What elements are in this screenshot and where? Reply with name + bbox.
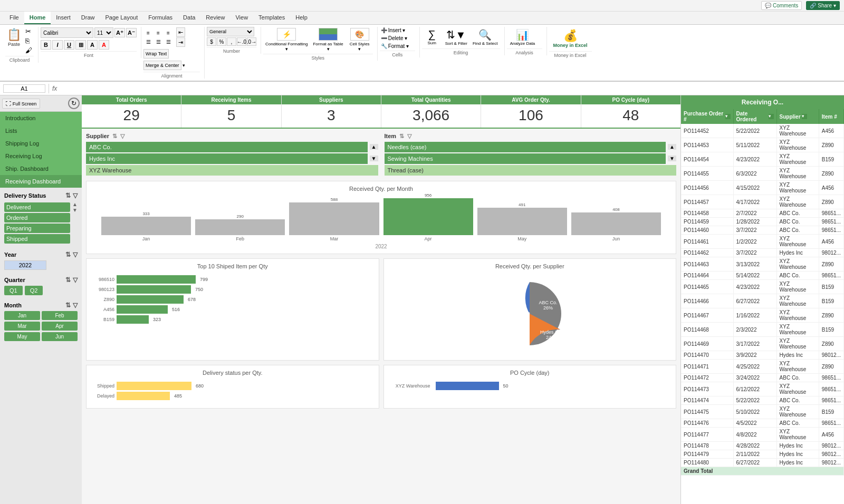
merge-center-button[interactable]: Merge & Center	[143, 61, 181, 70]
year-sort-icon[interactable]: ⇅	[65, 251, 71, 258]
item-needles-option[interactable]: Needles (case)	[385, 142, 666, 152]
tab-draw[interactable]: Draw	[76, 12, 100, 24]
sidebar-item-lists[interactable]: Lists	[0, 124, 82, 137]
align-middle-right[interactable]: ☰	[164, 37, 173, 46]
align-top-center[interactable]: ≡	[154, 28, 163, 37]
sidebar-item-receiving-dashboard[interactable]: Receiving Dashboard	[0, 175, 82, 188]
tab-data[interactable]: Data	[178, 12, 200, 24]
comments-button[interactable]: 💬 Comments	[761, 1, 802, 10]
underline-button[interactable]: U	[64, 40, 74, 50]
increase-indent-button[interactable]: ⇥	[176, 37, 185, 47]
quarter-q1-button[interactable]: Q1	[4, 286, 23, 295]
formula-input[interactable]	[60, 85, 841, 92]
border-button[interactable]: ⊞	[75, 40, 86, 50]
fill-color-button[interactable]: A	[87, 40, 98, 50]
font-grow-button[interactable]: A⁺	[114, 28, 125, 37]
find-select-button[interactable]: 🔍 Find & Select	[471, 27, 500, 47]
item-sort-icon[interactable]: ⇅	[399, 133, 404, 140]
format-painter-button[interactable]: 🖌	[24, 46, 34, 55]
font-shrink-button[interactable]: A⁻	[126, 28, 137, 37]
sum-button[interactable]: ∑ Sum	[422, 27, 442, 47]
font-name-select[interactable]: Calibri	[41, 27, 93, 38]
merge-dropdown-icon[interactable]: ▾	[183, 63, 185, 68]
supplier-hydes-option[interactable]: Hydes Inc	[86, 153, 368, 164]
paste-button[interactable]: 📋 Paste	[5, 27, 23, 48]
comma-button[interactable]: ,	[227, 37, 236, 46]
number-format-select[interactable]: General	[207, 27, 254, 36]
italic-button[interactable]: I	[52, 40, 63, 50]
delete-cells-button[interactable]: ➖ Delete ▾	[380, 35, 408, 42]
tab-view[interactable]: View	[230, 12, 253, 24]
full-screen-button[interactable]: ⛶ Full Screen	[2, 99, 40, 109]
sidebar-item-introduction[interactable]: Introduction	[0, 112, 82, 124]
month-jun[interactable]: Jun	[42, 332, 78, 341]
month-mar[interactable]: Mar	[4, 322, 40, 331]
supplier-sort-icon[interactable]: ⇅	[112, 133, 117, 140]
tab-file[interactable]: File	[4, 12, 24, 24]
date-filter-dropdown[interactable]: ▾	[769, 114, 773, 119]
supplier-filter-dropdown[interactable]: ▾	[802, 114, 807, 119]
quarter-q2-button[interactable]: Q2	[25, 286, 43, 295]
supplier-xyz-option[interactable]: XYZ Warehouse	[86, 165, 378, 176]
sidebar-item-ship-dashboard[interactable]: Ship. Dashboard	[0, 162, 82, 175]
sort-icon[interactable]: ⇅	[65, 192, 71, 199]
month-filter-icon[interactable]: ▽	[73, 302, 78, 309]
scroll-down-icon[interactable]: ▼	[72, 207, 78, 213]
format-as-table-button[interactable]: Format as Table ▾	[311, 27, 345, 53]
supplier-abc-option[interactable]: ABC Co.	[86, 142, 368, 152]
insert-cells-button[interactable]: ➕ Insert ▾	[380, 27, 406, 34]
currency-button[interactable]: $	[207, 37, 216, 46]
tab-page-layout[interactable]: Page Layout	[100, 12, 143, 24]
sidebar-item-shipping-log[interactable]: Shipping Log	[0, 137, 82, 150]
align-middle-center[interactable]: ☰	[154, 37, 163, 46]
cut-button[interactable]: ✂	[24, 27, 34, 36]
copy-button[interactable]: ⎘	[24, 36, 34, 45]
name-box[interactable]	[3, 84, 45, 93]
po-filter-dropdown[interactable]: ▾	[725, 114, 730, 119]
analyze-data-button[interactable]: 📊 Analyze Data	[507, 27, 539, 47]
month-apr[interactable]: Apr	[42, 322, 78, 331]
format-table-dropdown[interactable]: ▾	[327, 46, 330, 52]
tab-formulas[interactable]: Formulas	[143, 12, 178, 24]
decrease-decimal[interactable]: ←.0	[237, 37, 246, 46]
scroll-up-icon[interactable]: ▲	[72, 201, 78, 207]
supplier-filter-icon[interactable]: ▽	[120, 133, 124, 140]
bold-button[interactable]: B	[41, 40, 51, 50]
month-feb[interactable]: Feb	[42, 311, 78, 320]
percent-button[interactable]: %	[217, 37, 226, 46]
font-size-select[interactable]: 11	[94, 27, 113, 38]
conditional-formatting-button[interactable]: ⚡ Conditional Formatting ▾	[263, 27, 310, 53]
decrease-indent-button[interactable]: ⇤	[176, 27, 185, 37]
delete-dropdown[interactable]: ▾	[405, 35, 407, 41]
money-in-excel-button[interactable]: 💰 Money in Excel	[549, 27, 592, 50]
month-may[interactable]: May	[4, 332, 40, 341]
quarter-filter-icon[interactable]: ▽	[73, 276, 78, 284]
item-scroll-up[interactable]: ▲	[668, 144, 676, 150]
cell-styles-button[interactable]: 🎨 Cell Styles ▾	[347, 27, 373, 53]
tab-templates[interactable]: Templates	[253, 12, 290, 24]
font-color-button[interactable]: A	[99, 40, 109, 50]
month-jan[interactable]: Jan	[4, 311, 40, 320]
conditional-formatting-dropdown[interactable]: ▾	[285, 46, 288, 52]
year-input[interactable]	[4, 260, 46, 270]
item-filter-icon[interactable]: ▽	[407, 133, 411, 140]
insert-dropdown[interactable]: ▾	[402, 27, 405, 33]
item-sewing-option[interactable]: Sewing Machines	[385, 153, 666, 164]
filter-ordered[interactable]: Ordered	[4, 213, 70, 222]
filter-delivered[interactable]: Delivered	[4, 202, 70, 212]
item-thread-option[interactable]: Thread (case)	[385, 165, 677, 176]
tab-help[interactable]: Help	[290, 12, 313, 24]
tab-review[interactable]: Review	[200, 12, 230, 24]
sort-filter-button[interactable]: ⇅▼ Sort & Filter	[443, 27, 469, 47]
align-middle-left[interactable]: ☰	[143, 37, 153, 46]
filter-shipped[interactable]: Shipped	[4, 234, 70, 244]
share-button[interactable]: 🔗 Share ▾	[806, 1, 840, 10]
tab-insert[interactable]: Insert	[51, 12, 76, 24]
refresh-button[interactable]: ↻	[68, 98, 80, 109]
supplier-scroll-down[interactable]: ▼	[370, 156, 378, 161]
year-filter-icon[interactable]: ▽	[73, 251, 78, 258]
align-top-right[interactable]: ≡	[164, 28, 173, 37]
quarter-sort-icon[interactable]: ⇅	[65, 276, 71, 284]
cell-styles-dropdown[interactable]: ▾	[358, 46, 361, 52]
item-scroll-down[interactable]: ▼	[668, 156, 676, 161]
